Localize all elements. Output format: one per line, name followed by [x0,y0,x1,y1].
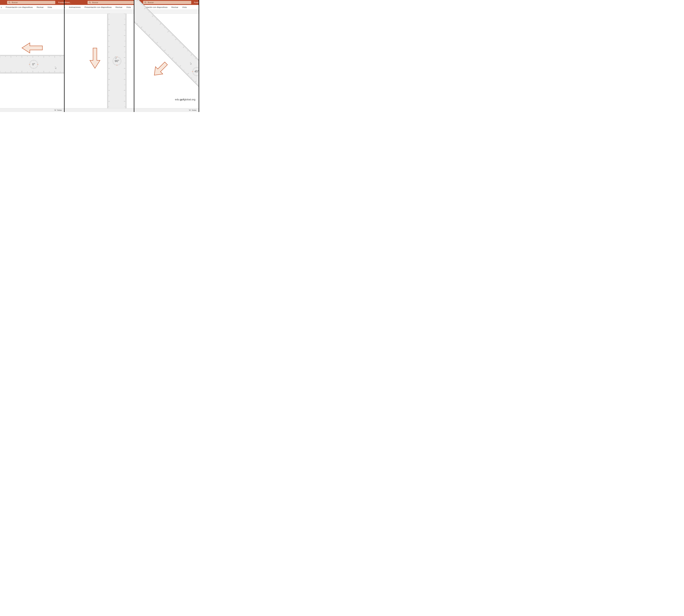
ruler-horizontal[interactable]: 0° [0,55,64,73]
svg-line-572 [178,66,179,66]
tab-revisar[interactable]: Revisar [172,6,178,8]
notes-icon [54,110,56,111]
svg-line-593 [195,81,197,83]
svg-line-538 [152,39,153,40]
svg-line-371 [152,14,152,14]
svg-line-547 [159,46,160,47]
svg-line-401 [175,37,176,37]
svg-line-409 [181,43,182,44]
tab-fragment[interactable]: s [1,6,2,8]
svg-line-528 [144,31,145,32]
tab-animaciones[interactable]: Animaciones [69,6,81,8]
svg-line-386 [163,25,164,26]
svg-line-373 [152,15,154,17]
svg-line-582 [186,73,187,74]
svg-line-433 [199,62,199,63]
arrow-shape-left[interactable] [22,42,43,54]
slide-canvas[interactable]: 0° [0,14,64,108]
svg-line-398 [172,35,173,36]
window-title-fragment: Fund [194,1,199,4]
svg-line-569 [176,63,177,64]
svg-line-367 [149,10,149,11]
svg-line-586 [189,76,190,77]
svg-line-418 [187,50,188,51]
svg-line-550 [161,49,162,49]
svg-line-415 [186,47,186,48]
tab-vista[interactable]: Vista [182,6,187,8]
svg-line-537 [151,39,152,39]
svg-line-558 [167,54,169,56]
svg-line-549 [161,48,161,48]
ruler-diagonal[interactable]: 45° [134,0,199,106]
status-bar [65,108,134,112]
notes-button[interactable]: Notas [192,109,197,111]
svg-line-545 [157,45,158,45]
svg-line-359 [142,4,143,5]
svg-line-567 [175,62,175,62]
svg-line-587 [190,77,191,78]
svg-line-592 [194,81,195,82]
ribbon-tabs: es Animaciones Presentación con diaposit… [65,5,134,9]
svg-line-427 [195,57,196,58]
svg-line-402 [176,38,176,38]
svg-line-366 [148,9,149,10]
svg-line-529 [145,32,146,33]
svg-line-536 [151,38,151,39]
svg-line-391 [167,29,168,30]
search-icon [8,1,10,3]
notes-icon [189,110,191,111]
svg-line-412 [183,45,184,46]
tab-vista[interactable]: Vista [47,6,52,8]
svg-line-410 [182,44,182,44]
tab-fragment[interactable]: es [65,6,65,8]
svg-line-519 [137,25,138,25]
svg-line-517 [136,23,137,24]
svg-line-424 [192,54,193,55]
svg-line-574 [180,67,181,68]
svg-line-539 [153,40,154,41]
search-placeholder: Buscar [12,1,18,4]
slide-canvas[interactable]: 90° [65,14,134,108]
svg-line-571 [178,65,178,66]
svg-line-355 [139,1,140,2]
svg-line-565 [173,60,174,61]
ruler-vertical[interactable]: 90° [107,14,127,108]
svg-line-426 [194,56,195,57]
arrow-shape-down[interactable] [89,48,101,69]
notes-button[interactable]: Notas [57,109,62,111]
status-bar: Notas [0,108,64,112]
svg-line-563 [172,58,173,60]
svg-line-568 [175,62,176,63]
search-placeholder: Buscar [92,1,98,4]
svg-line-423 [191,54,192,56]
svg-line-413 [183,46,185,48]
tab-revisar[interactable]: Revisar [115,6,122,8]
svg-line-564 [172,60,173,60]
svg-line-557 [167,54,167,55]
svg-line-532 [147,35,148,35]
arrow-shape-upleft[interactable] [151,61,169,78]
search-box[interactable]: Buscar [88,1,134,4]
tab-revisar[interactable]: Revisar [37,6,44,8]
svg-line-520 [138,25,139,26]
svg-line-389 [165,27,166,28]
svg-line-392 [168,30,168,30]
svg-line-553 [164,50,165,51]
svg-line-560 [169,57,170,57]
svg-line-534 [149,36,150,37]
svg-line-556 [166,53,167,54]
search-box[interactable]: Buscar [7,1,55,4]
tab-presentacion[interactable]: Presentación con diapositivas [6,6,33,8]
svg-line-530 [146,33,146,34]
search-box[interactable]: Buscar [143,1,191,4]
tab-vista[interactable]: Vista [126,6,131,8]
title-bar: rPoint... Buscar [65,0,134,5]
svg-line-589 [191,79,192,80]
svg-line-524 [141,28,142,29]
slide-canvas[interactable]: 45° edu.gcfglobal.org [134,14,199,108]
status-bar: Notas [134,108,199,112]
svg-line-516 [135,22,136,23]
svg-line-380 [159,20,159,21]
svg-line-552 [163,50,164,51]
tab-presentacion[interactable]: Presentación con diapositivas [85,6,112,8]
